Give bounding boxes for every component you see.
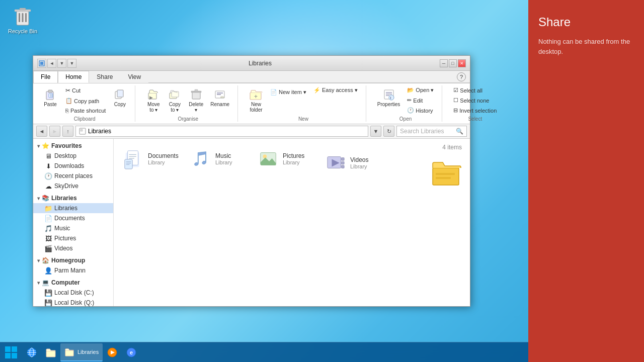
explorer-window: ◄ ▼ ▼ Libraries ─ □ ✕ File Home Share Vi… <box>33 55 470 307</box>
invert-selection-button[interactable]: ⊟ Invert selection <box>450 106 500 115</box>
forward-button[interactable]: ► <box>49 126 60 137</box>
sidebar-documents-label: Documents <box>54 215 85 222</box>
sidebar-item-skydrive[interactable]: ☁ SkyDrive <box>33 181 113 191</box>
refresh-button[interactable]: ↻ <box>383 126 394 137</box>
minimize-button[interactable]: ─ <box>440 59 448 67</box>
sidebar-item-downloads[interactable]: ⬇ Downloads <box>33 161 113 171</box>
taskbar-explorer[interactable] <box>41 343 60 361</box>
search-box[interactable]: Search Libraries 🔍 <box>396 126 467 137</box>
address-dropdown[interactable]: ▼ <box>370 126 381 137</box>
sidebar-item-documents[interactable]: 📄 Documents <box>33 213 113 223</box>
copy-to-icon <box>168 87 182 102</box>
cut-button[interactable]: ✂ Cut <box>62 85 109 96</box>
taskbar-ie[interactable] <box>22 343 41 361</box>
library-item-pictures[interactable]: Pictures Library <box>257 147 312 175</box>
open-button[interactable]: 📂 Open ▾ <box>404 85 437 95</box>
title-bar: ◄ ▼ ▼ Libraries ─ □ ✕ <box>33 56 470 71</box>
svg-rect-55 <box>341 165 344 168</box>
history-icon: 🕐 <box>407 107 414 114</box>
sidebar-recent-label: Recent places <box>54 172 93 179</box>
select-none-button[interactable]: ☐ Select none <box>450 96 500 105</box>
history-button[interactable]: 🕐 History <box>404 106 437 115</box>
invert-icon: ⊟ <box>453 107 458 114</box>
copy-to-button[interactable]: Copyto ▾ <box>165 85 185 115</box>
videos-lib-name: Videos <box>350 156 368 163</box>
share-panel: Share Nothing can be shared from the des… <box>528 0 644 362</box>
open-buttons: i Properties 📂 Open ▾ ✏ Edit <box>374 85 437 115</box>
recycle-bin[interactable]: Recycle Bin <box>5 5 40 34</box>
copy-button[interactable]: Copy <box>110 85 130 109</box>
copy-path-button[interactable]: 📋 Copy path <box>62 96 109 106</box>
new-folder-label: Newfolder <box>250 102 263 113</box>
tab-file[interactable]: File <box>33 71 58 83</box>
share-description: Nothing can be shared from the desktop. <box>538 37 634 56</box>
maximize-button[interactable]: □ <box>449 59 457 67</box>
sidebar-section-favourites[interactable]: ⭐ Favourites <box>33 141 113 151</box>
sidebar-parm-mann-label: Parm Mann <box>54 267 86 274</box>
delete-button[interactable]: Delete▾ <box>186 85 206 115</box>
back-button[interactable]: ◄ <box>36 126 47 137</box>
close-button[interactable]: ✕ <box>458 59 466 67</box>
sidebar-section-libraries[interactable]: 📚 Libraries <box>33 193 113 203</box>
library-item-music[interactable]: Music Library <box>189 147 245 175</box>
new-item-button[interactable]: 📄 New item ▾ <box>267 87 309 97</box>
easy-access-icon: ⚡ <box>313 87 320 94</box>
back-quick-btn[interactable]: ◄ <box>47 59 56 68</box>
sidebar-local-q-label: Local Disk (Q:) <box>54 299 94 306</box>
sidebar-item-libraries-root[interactable]: 📁 Libraries <box>33 203 113 213</box>
easy-access-button[interactable]: ⚡ Easy access ▾ <box>310 85 361 95</box>
up-button[interactable]: ↑ <box>62 126 73 137</box>
tab-view[interactable]: View <box>120 71 148 83</box>
customize-quick-btn[interactable]: ▼ <box>67 59 76 68</box>
paste-button[interactable]: Paste <box>39 85 61 109</box>
sidebar-section-computer[interactable]: 💻 Computer <box>33 278 113 288</box>
start-button[interactable] <box>2 343 20 361</box>
svg-point-33 <box>389 95 394 100</box>
sidebar-item-recent[interactable]: 🕐 Recent places <box>33 171 113 181</box>
sidebar-item-pictures[interactable]: 🖼 Pictures <box>33 233 113 243</box>
sidebar-item-local-q[interactable]: 💾 Local Disk (Q:) <box>33 298 113 306</box>
share-title: Share <box>538 15 634 29</box>
svg-rect-56 <box>5 346 11 352</box>
new-folder-icon: + <box>249 87 263 102</box>
sidebar-item-desktop[interactable]: 🖥 Desktop <box>33 151 113 161</box>
disk-q-icon: 💾 <box>44 299 52 306</box>
invert-label: Invert selection <box>459 108 497 114</box>
taskbar-media[interactable] <box>103 343 122 361</box>
svg-text:▶: ▶ <box>149 95 153 100</box>
down-quick-btn[interactable]: ▼ <box>57 59 66 68</box>
help-button[interactable]: ? <box>457 72 466 81</box>
clipboard-label: Clipboard <box>74 115 96 122</box>
rename-button[interactable]: ✏ Rename <box>207 85 232 109</box>
edit-icon: ✏ <box>407 97 412 104</box>
tab-share[interactable]: Share <box>89 71 120 83</box>
computer-icon: 💻 <box>42 279 49 286</box>
svg-rect-45 <box>125 159 132 169</box>
edit-button[interactable]: ✏ Edit <box>404 96 437 105</box>
taskbar-libraries[interactable]: Libraries <box>60 343 103 361</box>
new-folder-button[interactable]: + Newfolder <box>246 85 266 115</box>
new-item-label: New item ▾ <box>279 89 306 96</box>
sidebar-item-videos[interactable]: 🎬 Videos <box>33 243 113 253</box>
library-item-videos[interactable]: Videos Library <box>324 151 379 175</box>
sidebar-item-parm-mann[interactable]: 👤 Parm Mann <box>33 265 113 276</box>
quick-access-toolbar: ◄ ▼ ▼ <box>37 59 76 68</box>
sidebar-item-local-c[interactable]: 💾 Local Disk (C:) <box>33 288 113 298</box>
svg-rect-39 <box>436 177 451 179</box>
tab-home[interactable]: Home <box>58 71 89 83</box>
move-to-button[interactable]: ▶ Moveto ▾ <box>143 85 164 115</box>
paste-shortcut-button[interactable]: ⎘ Paste shortcut <box>62 106 109 115</box>
address-input[interactable]: Libraries <box>75 126 368 137</box>
sidebar-section-homegroup[interactable]: 🏠 Homegroup <box>33 255 113 265</box>
sidebar-item-music[interactable]: 🎵 Music <box>33 223 113 233</box>
window-controls: ◄ ▼ ▼ <box>37 59 76 68</box>
edit-label: Edit <box>413 98 423 104</box>
taskbar-browser2[interactable]: e <box>122 343 141 361</box>
select-small-buttons: ☑ Select all ☐ Select none ⊟ Invert sele… <box>450 85 500 115</box>
properties-button[interactable]: i Properties <box>374 85 404 109</box>
sidebar-desktop-label: Desktop <box>54 152 76 159</box>
delete-icon <box>189 87 203 102</box>
select-all-button[interactable]: ☑ Select all <box>450 85 500 95</box>
library-item-documents[interactable]: Documents Library <box>122 147 177 175</box>
documents-icon: 📄 <box>44 214 52 222</box>
